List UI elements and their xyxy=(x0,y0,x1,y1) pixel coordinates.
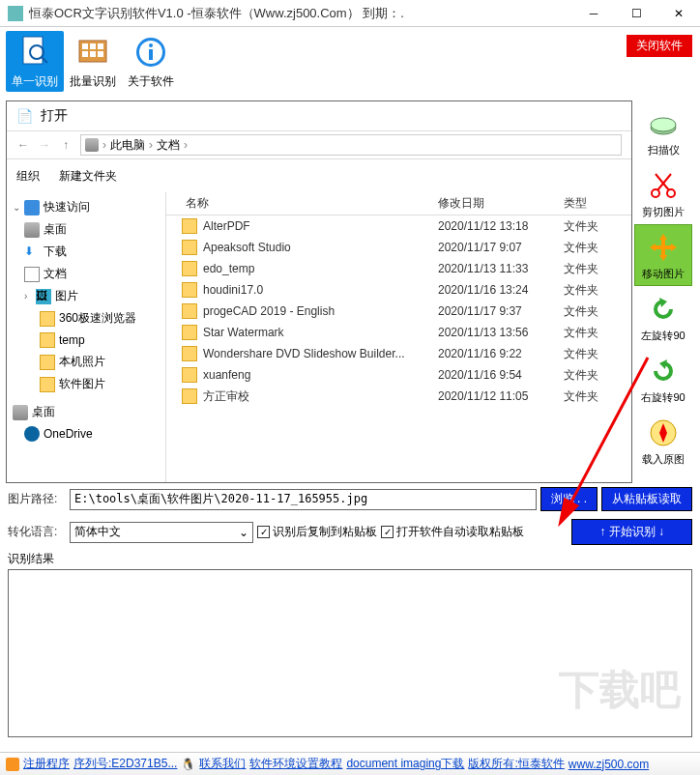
nav-forward-button[interactable]: → xyxy=(34,134,55,156)
tree-documents[interactable]: 文档 xyxy=(7,263,165,285)
file-open-dialog: 📄 打开 ← → ↑ › 此电脑 › 文档 › 组织 新建文件夹 ⌄快速访问 桌… xyxy=(6,100,632,483)
contact-link[interactable]: 联系我们 xyxy=(199,756,246,772)
table-row[interactable]: Star Watermark2020/11/13 13:56文件夹 xyxy=(166,322,631,343)
column-headers[interactable]: 名称 修改日期 类型 xyxy=(166,192,631,215)
result-textarea[interactable] xyxy=(8,569,692,737)
svg-line-18 xyxy=(657,174,671,190)
svg-point-12 xyxy=(149,43,153,47)
batch-recognize-button[interactable]: 批量识别 xyxy=(64,31,122,92)
svg-rect-25 xyxy=(656,245,671,249)
scissors-icon xyxy=(646,168,681,203)
about-button[interactable]: 关于软件 xyxy=(122,31,180,92)
dialog-title: 打开 xyxy=(41,107,68,125)
read-clipboard-button[interactable]: 从粘贴板读取 xyxy=(601,487,692,511)
folder-icon xyxy=(40,355,55,370)
tree-onedrive[interactable]: OneDrive xyxy=(7,423,165,445)
tree-pictures[interactable]: ›🖼图片 xyxy=(7,285,165,307)
col-type[interactable]: 类型 xyxy=(564,195,631,212)
register-link[interactable]: 注册程序 xyxy=(23,756,70,772)
folder-icon xyxy=(182,325,197,340)
desktop-icon xyxy=(13,405,28,420)
cut-image-button[interactable]: 剪切图片 xyxy=(634,162,692,224)
close-software-button[interactable]: 关闭软件 xyxy=(627,35,692,57)
address-bar[interactable]: › 此电脑 › 文档 › xyxy=(80,134,622,156)
svg-rect-7 xyxy=(82,51,88,57)
col-date[interactable]: 修改日期 xyxy=(438,195,564,212)
env-tutorial-link[interactable]: 软件环境设置教程 xyxy=(249,756,342,772)
close-button[interactable]: ✕ xyxy=(657,0,700,27)
table-row[interactable]: progeCAD 2019 - English2020/11/17 9:37文件… xyxy=(166,301,631,322)
organize-menu[interactable]: 组织 xyxy=(16,168,40,185)
tree-downloads[interactable]: ⬇下载 xyxy=(7,241,165,263)
tree-desktop[interactable]: 桌面 xyxy=(7,218,165,241)
chevron-down-icon: ⌄ xyxy=(239,526,248,539)
svg-rect-13 xyxy=(149,49,153,60)
svg-rect-5 xyxy=(90,43,96,49)
tree-desktop2[interactable]: 桌面 xyxy=(7,401,165,423)
svg-line-19 xyxy=(656,174,669,190)
table-row[interactable]: houdini17.02020/11/16 13:24文件夹 xyxy=(166,279,631,301)
rotate-right-button[interactable]: 右旋转90 xyxy=(634,348,692,410)
nav-up-button[interactable]: ↑ xyxy=(55,134,76,156)
table-row[interactable]: 方正审校2020/11/12 11:05文件夹 xyxy=(166,386,631,407)
table-row[interactable]: edo_temp2020/11/13 11:33文件夹 xyxy=(166,258,631,279)
folder-icon xyxy=(182,388,197,404)
move-image-button[interactable]: 移动图片 xyxy=(634,224,692,286)
scanner-button[interactable]: 扫描仪 xyxy=(634,100,692,162)
image-path-input[interactable] xyxy=(70,489,537,510)
folder-icon xyxy=(182,240,197,255)
path-label: 图片路径: xyxy=(8,491,66,507)
maximize-button[interactable]: ☐ xyxy=(615,0,657,27)
document-icon xyxy=(24,267,40,282)
svg-marker-23 xyxy=(671,244,677,251)
doc-imaging-link[interactable]: document imaging下载 xyxy=(346,756,464,772)
app-icon xyxy=(8,6,23,21)
svg-point-15 xyxy=(651,118,676,131)
tree-quick-access[interactable]: ⌄快速访问 xyxy=(7,196,165,218)
desktop-icon xyxy=(24,222,40,238)
load-original-button[interactable]: 载入原图 xyxy=(634,410,692,472)
grid-icon xyxy=(73,33,112,72)
table-row[interactable]: Wondershare DVD Slideshow Builder...2020… xyxy=(166,343,631,364)
site-link[interactable]: www.zj500.com xyxy=(569,758,649,771)
serial-link[interactable]: 序列号:E2D371B5... xyxy=(73,756,177,772)
col-name[interactable]: 名称 xyxy=(166,195,438,212)
tree-localpics-folder[interactable]: 本机照片 xyxy=(7,351,165,373)
auto-read-clipboard-checkbox[interactable]: ✓打开软件自动读取粘贴板 xyxy=(381,524,524,540)
tree-browser-folder[interactable]: 360极速浏览器 xyxy=(7,307,165,330)
folder-icon xyxy=(182,346,197,361)
svg-marker-26 xyxy=(659,298,667,307)
nav-back-button[interactable]: ← xyxy=(13,134,34,156)
status-bar: 注册程序 序列号:E2D371B5... 🐧 联系我们 软件环境设置教程 doc… xyxy=(0,752,700,775)
document-magnify-icon xyxy=(15,33,54,72)
minimize-button[interactable]: ─ xyxy=(572,0,615,27)
copy-after-recognize-checkbox[interactable]: ✓识别后复制到粘贴板 xyxy=(257,524,377,540)
window-title: 恒泰OCR文字识别软件V1.0 -恒泰软件（Www.zj500.Com） 到期：… xyxy=(29,5,572,22)
start-recognize-button[interactable]: ↑ 开始识别 ↓ xyxy=(571,519,692,545)
rotate-left-button[interactable]: 左旋转90 xyxy=(634,286,692,348)
copyright-link[interactable]: 版权所有:恒泰软件 xyxy=(468,756,564,772)
lang-label: 转化语言: xyxy=(8,524,66,540)
folder-icon xyxy=(40,332,55,348)
svg-rect-9 xyxy=(98,51,103,57)
navigation-tree[interactable]: ⌄快速访问 桌面 ⬇下载 文档 ›🖼图片 360极速浏览器 temp 本机照片 … xyxy=(7,192,166,482)
picture-icon: 🖼 xyxy=(36,289,51,304)
table-row[interactable]: Apeaksoft Studio2020/11/17 9:07文件夹 xyxy=(166,237,631,258)
scanner-icon xyxy=(646,106,681,141)
new-folder-button[interactable]: 新建文件夹 xyxy=(59,168,117,185)
svg-marker-20 xyxy=(659,234,667,240)
language-select[interactable]: 简体中文 ⌄ xyxy=(70,522,253,543)
folder-icon xyxy=(182,367,197,383)
pin-icon xyxy=(24,200,40,215)
table-row[interactable]: xuanfeng2020/11/16 9:54文件夹 xyxy=(166,364,631,386)
folder-icon xyxy=(40,311,55,327)
download-icon: ⬇ xyxy=(24,244,40,260)
table-row[interactable]: AlterPDF2020/11/12 13:18文件夹 xyxy=(166,215,631,237)
svg-rect-6 xyxy=(98,43,103,49)
tree-softpics-folder[interactable]: 软件图片 xyxy=(7,373,165,395)
folder-icon xyxy=(182,218,197,234)
compass-icon xyxy=(646,416,681,450)
tree-temp-folder[interactable]: temp xyxy=(7,330,165,351)
browse-button[interactable]: 浏览 . . xyxy=(540,487,598,511)
single-recognize-button[interactable]: 单一识别 xyxy=(6,31,64,92)
